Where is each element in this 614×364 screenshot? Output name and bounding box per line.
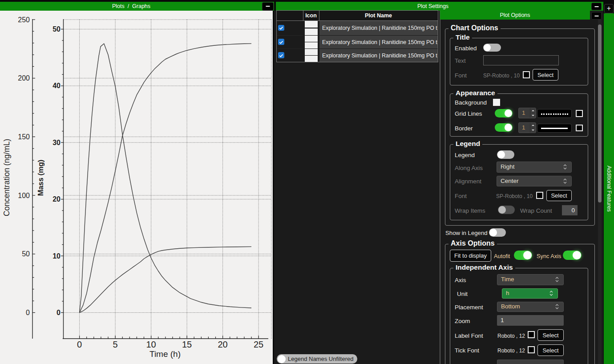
svg-text:20: 20 [218, 340, 227, 349]
svg-text:15: 15 [182, 340, 192, 349]
svg-text:40: 40 [53, 82, 61, 89]
svg-text:150: 150 [18, 133, 30, 141]
svg-text:50: 50 [53, 25, 61, 33]
svg-text:20: 20 [53, 195, 61, 203]
svg-text:0: 0 [77, 340, 82, 349]
svg-text:0: 0 [26, 309, 30, 316]
svg-text:200: 200 [18, 74, 30, 82]
svg-text:Time (h): Time (h) [149, 349, 181, 359]
svg-text:10: 10 [146, 340, 156, 349]
svg-text:Concentration (ng/mL): Concentration (ng/mL) [2, 139, 11, 216]
svg-text:30: 30 [53, 139, 61, 146]
svg-text:250: 250 [18, 16, 30, 24]
svg-text:Mass (mg): Mass (mg) [36, 160, 44, 196]
svg-text:10: 10 [53, 252, 61, 260]
svg-text:25: 25 [254, 340, 263, 349]
svg-text:50: 50 [22, 250, 30, 258]
svg-text:5: 5 [113, 340, 118, 349]
svg-text:100: 100 [18, 192, 30, 199]
svg-text:0: 0 [57, 309, 61, 316]
